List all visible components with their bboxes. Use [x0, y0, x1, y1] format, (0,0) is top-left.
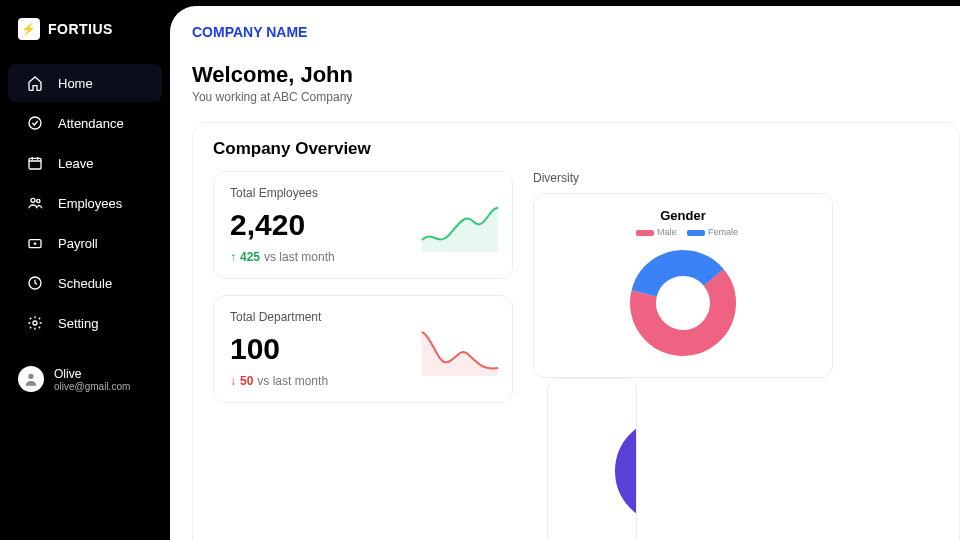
stat-delta: ↑ 425 vs last month: [230, 250, 496, 264]
main-content: COMPANY NAME Welcome, John You working a…: [170, 6, 960, 540]
partial-donut-icon: [608, 411, 637, 531]
sidebar-item-schedule[interactable]: Schedule: [8, 264, 162, 302]
legend-male: Male: [657, 227, 677, 237]
gear-icon: [26, 314, 44, 332]
sidebar-item-label: Home: [58, 76, 93, 91]
svg-point-6: [33, 321, 37, 325]
svg-rect-1: [29, 158, 41, 169]
svg-point-2: [31, 198, 35, 202]
sidebar-item-leave[interactable]: Leave: [8, 144, 162, 182]
cash-icon: [26, 234, 44, 252]
secondary-chart-card: [547, 378, 637, 540]
calendar-icon: [26, 154, 44, 172]
sidebar-item-label: Schedule: [58, 276, 112, 291]
stat-delta: ↓ 50 vs last month: [230, 374, 496, 388]
svg-point-10: [628, 431, 637, 511]
sidebar-item-label: Employees: [58, 196, 122, 211]
welcome-subtext: You working at ABC Company: [192, 90, 960, 104]
company-overview-panel: Company Overview Total Employees 2,420 ↑…: [192, 122, 960, 540]
clock-icon: [26, 274, 44, 292]
sidebar-item-label: Setting: [58, 316, 98, 331]
chart-legend: Male Female: [548, 227, 818, 237]
avatar: [18, 366, 44, 392]
sidebar-item-label: Payroll: [58, 236, 98, 251]
svg-point-0: [29, 117, 41, 129]
legend-female: Female: [708, 227, 738, 237]
brand-icon: ⚡: [18, 18, 40, 40]
sidebar-item-setting[interactable]: Setting: [8, 304, 162, 342]
delta-value: 425: [240, 250, 260, 264]
stat-label: Total Department: [230, 310, 496, 324]
gender-chart-card: Gender Male Female: [533, 193, 833, 378]
total-department-card: Total Department 100 ↓ 50 vs last month: [213, 295, 513, 403]
donut-chart-icon: [623, 243, 743, 363]
users-icon: [26, 194, 44, 212]
sidebar-item-home[interactable]: Home: [8, 64, 162, 102]
sidebar: ⚡ FORTIUS Home Attendance Leave Employee…: [0, 0, 170, 540]
sidebar-item-employees[interactable]: Employees: [8, 184, 162, 222]
sidebar-nav: Home Attendance Leave Employees Payroll …: [0, 64, 170, 342]
arrow-up-icon: ↑: [230, 250, 236, 264]
stat-label: Total Employees: [230, 186, 496, 200]
company-name: COMPANY NAME: [192, 24, 960, 40]
chart-title: Gender: [548, 208, 818, 223]
user-name: Olive: [54, 367, 130, 381]
user-info: Olive olive@gmail.com: [54, 367, 130, 392]
sidebar-item-payroll[interactable]: Payroll: [8, 224, 162, 262]
user-email: olive@gmail.com: [54, 381, 130, 392]
home-icon: [26, 74, 44, 92]
legend-swatch-male: [636, 230, 654, 236]
user-block[interactable]: Olive olive@gmail.com: [0, 354, 170, 404]
svg-point-7: [28, 374, 33, 379]
check-circle-icon: [26, 114, 44, 132]
sidebar-item-attendance[interactable]: Attendance: [8, 104, 162, 142]
total-employees-card: Total Employees 2,420 ↑ 425 vs last mont…: [213, 171, 513, 279]
delta-rest: vs last month: [257, 374, 328, 388]
brand-logo: ⚡ FORTIUS: [0, 18, 170, 54]
diversity-label: Diversity: [533, 171, 939, 185]
sparkline-up-icon: [420, 202, 500, 252]
welcome-heading: Welcome, John: [192, 62, 960, 88]
arrow-down-icon: ↓: [230, 374, 236, 388]
sidebar-item-label: Attendance: [58, 116, 124, 131]
legend-swatch-female: [687, 230, 705, 236]
delta-value: 50: [240, 374, 253, 388]
svg-point-3: [37, 199, 40, 202]
sparkline-down-icon: [420, 326, 500, 376]
sidebar-item-label: Leave: [58, 156, 93, 171]
delta-rest: vs last month: [264, 250, 335, 264]
overview-title: Company Overview: [213, 139, 939, 159]
brand-name: FORTIUS: [48, 21, 113, 37]
